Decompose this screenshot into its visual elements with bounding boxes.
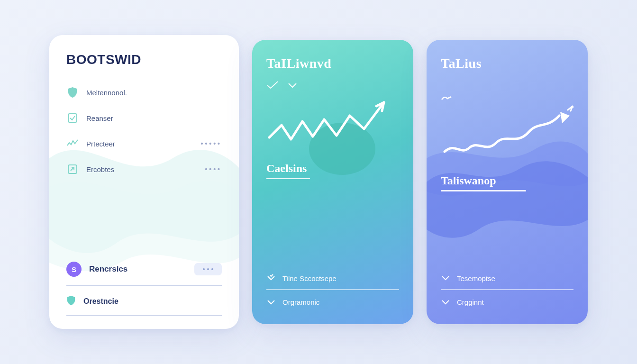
card1-item-2[interactable]: Prtecteer ••••• xyxy=(66,131,222,156)
card3-feature-1-label: Crgginnt xyxy=(457,298,484,306)
check-down-icon xyxy=(441,274,450,282)
card2-underline xyxy=(266,178,310,179)
card1-item-2-label: Prtecteer xyxy=(86,140,193,148)
card3-feature-0[interactable]: Tesemoptse xyxy=(441,266,573,290)
card1-badge-label: Rencrsics xyxy=(89,264,187,274)
card3-chart xyxy=(441,104,573,171)
card1-last-row[interactable]: Orestncie xyxy=(66,286,222,316)
shield-icon xyxy=(66,86,79,99)
arrow-square-icon xyxy=(66,163,79,175)
card3-underline xyxy=(441,190,526,191)
card2-feature-1[interactable]: Orgramonic xyxy=(266,290,399,313)
card3-feature-1[interactable]: Crgginnt xyxy=(441,290,573,313)
card-bootswid: BOOTSWID Meltennonol. Reanser Prtecteer … xyxy=(49,35,239,329)
chevron-check-icon xyxy=(266,298,276,306)
check-square-icon xyxy=(66,112,79,124)
card1-item-3-dots: •••• xyxy=(205,165,222,173)
shield-outline-icon xyxy=(66,295,76,308)
badge-circle-icon: S xyxy=(66,262,82,277)
check-open-icon xyxy=(266,81,279,90)
card2-feature-0[interactable]: Tilne Sccoctsepe xyxy=(266,266,399,290)
card2-chart xyxy=(266,92,399,158)
card3-title: TaLius xyxy=(441,56,573,71)
card1-item-1-label: Reanser xyxy=(86,114,222,122)
card2-mini-icons xyxy=(266,81,399,90)
spark-icon xyxy=(66,137,79,150)
card1-item-3-label: Ercobtes xyxy=(86,165,197,173)
card1-badge-row[interactable]: S Rencrsics xyxy=(66,259,222,286)
card-taliwnvd: TaILiwnvd Caelsins Tilne Sccoctsepe Orgr… xyxy=(252,40,413,324)
check-down-icon xyxy=(266,274,276,282)
svg-marker-3 xyxy=(560,112,570,123)
card2-subhead: Caelsins xyxy=(266,162,399,175)
chevron-down-icon xyxy=(287,81,298,90)
card3-feature-0-label: Tesemoptse xyxy=(457,274,495,282)
card1-item-2-dots: ••••• xyxy=(200,140,222,147)
card1-title: BOOTSWID xyxy=(66,52,222,67)
more-pill-button[interactable] xyxy=(194,263,222,275)
card-talius: TaLius Taliswanop Tesemoptse Crgginnt xyxy=(427,40,588,324)
card1-item-3[interactable]: Ercobtes •••• xyxy=(66,156,222,182)
card3-subhead: Taliswanop xyxy=(441,174,573,187)
chevron-check-icon xyxy=(441,298,450,306)
card1-last-label: Orestncie xyxy=(83,297,118,306)
card1-item-1[interactable]: Reanser xyxy=(66,105,222,131)
bird-icon xyxy=(441,95,452,101)
card3-mini-icons xyxy=(441,95,573,101)
card2-feature-1-label: Orgramonic xyxy=(282,298,319,306)
card1-item-0[interactable]: Meltennonol. xyxy=(66,80,222,105)
svg-rect-0 xyxy=(68,114,77,122)
card1-item-0-label: Meltennonol. xyxy=(86,89,222,97)
card2-title: TaILiwnvd xyxy=(266,56,399,71)
card2-feature-0-label: Tilne Sccoctsepe xyxy=(282,274,337,282)
